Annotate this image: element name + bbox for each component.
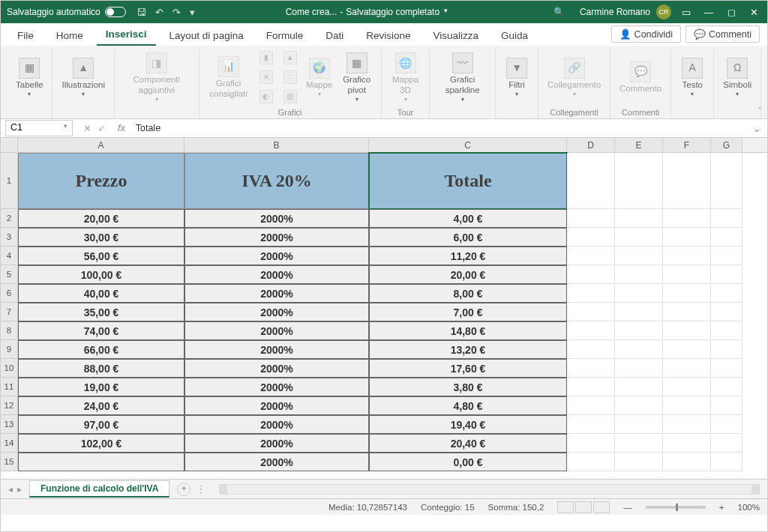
maximize-icon[interactable]: ◻ (724, 7, 739, 18)
cell-c13[interactable]: 19,40 € (369, 415, 567, 434)
comments-button[interactable]: 💬Commenti (686, 25, 760, 43)
row-header-4[interactable]: 4 (1, 247, 18, 265)
col-header-c[interactable]: C (369, 138, 567, 152)
text-button[interactable]: ATesto▾ (676, 56, 709, 99)
cell-g8[interactable] (711, 321, 742, 340)
cell-a10[interactable]: 88,00 € (18, 359, 184, 378)
minimize-icon[interactable]: — (701, 7, 716, 18)
sparkline-button[interactable]: 〰Grafici sparkline▾ (434, 51, 490, 104)
formula-enter-icon[interactable]: ✓ (98, 123, 106, 134)
cell-f10[interactable] (663, 359, 711, 378)
cell-b6[interactable]: 2000% (184, 284, 369, 303)
cell-d3[interactable] (567, 228, 615, 247)
tables-button[interactable]: ▦Tabelle▾ (11, 56, 47, 99)
row-header-3[interactable]: 3 (1, 228, 18, 247)
cell-e7[interactable] (615, 303, 663, 321)
row-header-12[interactable]: 12 (1, 396, 18, 415)
maps-button[interactable]: 🌍Mappe▾ (303, 56, 336, 99)
cell-b2[interactable]: 2000% (184, 209, 369, 228)
cell-d10[interactable] (567, 359, 615, 378)
cell-f13[interactable] (663, 415, 711, 434)
view-break-icon[interactable] (593, 501, 610, 513)
select-all-corner[interactable] (1, 138, 18, 152)
search-icon[interactable]: 🔍 (554, 7, 565, 17)
map3d-button[interactable]: 🌐Mappa 3D▾ (386, 51, 425, 104)
expand-formula-icon[interactable]: ⌄ (747, 123, 767, 134)
cell-c14[interactable]: 20,40 € (369, 434, 567, 453)
cell-a9[interactable]: 66,00 € (18, 340, 184, 359)
col-header-b[interactable]: B (184, 138, 369, 152)
toggle-switch[interactable] (105, 7, 126, 17)
cell-g5[interactable] (711, 265, 742, 284)
cell-d2[interactable] (567, 209, 615, 228)
formula-cancel-icon[interactable]: ✕ (83, 123, 92, 134)
filters-button[interactable]: ▼Filtri▾ (500, 56, 533, 99)
cell-d5[interactable] (567, 265, 615, 284)
sheet-tab-active[interactable]: Funzione di calcolo dell'IVA (29, 480, 170, 498)
row-header-10[interactable]: 10 (1, 359, 18, 378)
row-header-7[interactable]: 7 (1, 303, 18, 321)
cell-g4[interactable] (711, 247, 742, 265)
cell-c1[interactable]: Totale (369, 153, 567, 209)
cell-d15[interactable] (567, 453, 615, 471)
zoom-level[interactable]: 100% (738, 503, 760, 512)
tab-home[interactable]: Home (47, 26, 92, 46)
cell-g9[interactable] (711, 340, 742, 359)
recommended-charts-button[interactable]: 📊Grafici consigliati (204, 55, 254, 101)
tab-layout[interactable]: Layout di pagina (160, 26, 253, 46)
cell-g7[interactable] (711, 303, 742, 321)
zoom-out-icon[interactable]: — (623, 503, 632, 512)
cell-g1[interactable] (711, 153, 742, 209)
cell-g15[interactable] (711, 453, 742, 471)
cell-a7[interactable]: 35,00 € (18, 303, 184, 321)
cells-area[interactable]: Prezzo IVA 20% Totale 20,00 €2000%4,00 €… (18, 153, 767, 471)
cell-a14[interactable]: 102,00 € (18, 434, 184, 453)
cell-b13[interactable]: 2000% (184, 415, 369, 434)
cell-e4[interactable] (615, 247, 663, 265)
cell-f7[interactable] (663, 303, 711, 321)
col-header-f[interactable]: F (663, 138, 711, 152)
cell-f8[interactable] (663, 321, 711, 340)
cell-c11[interactable]: 3,80 € (369, 378, 567, 396)
cell-e6[interactable] (615, 284, 663, 303)
illustrations-button[interactable]: ▲Illustrazioni▾ (57, 56, 110, 99)
cell-g6[interactable] (711, 284, 742, 303)
cell-d11[interactable] (567, 378, 615, 396)
user-account[interactable]: Carmine Romano CR (580, 4, 671, 19)
cell-f4[interactable] (663, 247, 711, 265)
cell-f14[interactable] (663, 434, 711, 453)
symbols-button[interactable]: ΩSimboli▾ (718, 56, 756, 99)
col-header-d[interactable]: D (567, 138, 615, 152)
tab-revisione[interactable]: Revisione (357, 26, 419, 46)
cell-b5[interactable]: 2000% (184, 265, 369, 284)
tab-dati[interactable]: Dati (316, 26, 352, 46)
cell-f3[interactable] (663, 228, 711, 247)
cell-a15[interactable] (18, 453, 184, 471)
tab-file[interactable]: File (8, 26, 43, 46)
row-header-9[interactable]: 9 (1, 340, 18, 359)
cell-d6[interactable] (567, 284, 615, 303)
cell-a13[interactable]: 97,00 € (18, 415, 184, 434)
cell-c6[interactable]: 8,00 € (369, 284, 567, 303)
cell-b7[interactable]: 2000% (184, 303, 369, 321)
tab-visualizza[interactable]: Visualizza (424, 26, 488, 46)
row-header-1[interactable]: 1 (1, 153, 18, 209)
row-header-6[interactable]: 6 (1, 284, 18, 303)
cell-c9[interactable]: 13,20 € (369, 340, 567, 359)
cell-g12[interactable] (711, 396, 742, 415)
zoom-slider[interactable] (646, 506, 706, 509)
row-header-11[interactable]: 11 (1, 378, 18, 396)
tab-formule[interactable]: Formule (257, 26, 313, 46)
cell-c12[interactable]: 4,80 € (369, 396, 567, 415)
collapse-ribbon-icon[interactable]: ˆ (758, 106, 761, 115)
sheet-nav[interactable]: ◂▸ (1, 484, 29, 495)
cell-b10[interactable]: 2000% (184, 359, 369, 378)
pivot-chart-button[interactable]: ▦Grafico pivot▾ (338, 51, 376, 104)
formula-input[interactable]: Totale (131, 121, 747, 135)
cell-g14[interactable] (711, 434, 742, 453)
ribbon-display-icon[interactable]: ▭ (679, 7, 694, 18)
cell-c7[interactable]: 7,00 € (369, 303, 567, 321)
cell-c2[interactable]: 4,00 € (369, 209, 567, 228)
cell-e1[interactable] (615, 153, 663, 209)
cell-b1[interactable]: IVA 20% (184, 153, 369, 209)
